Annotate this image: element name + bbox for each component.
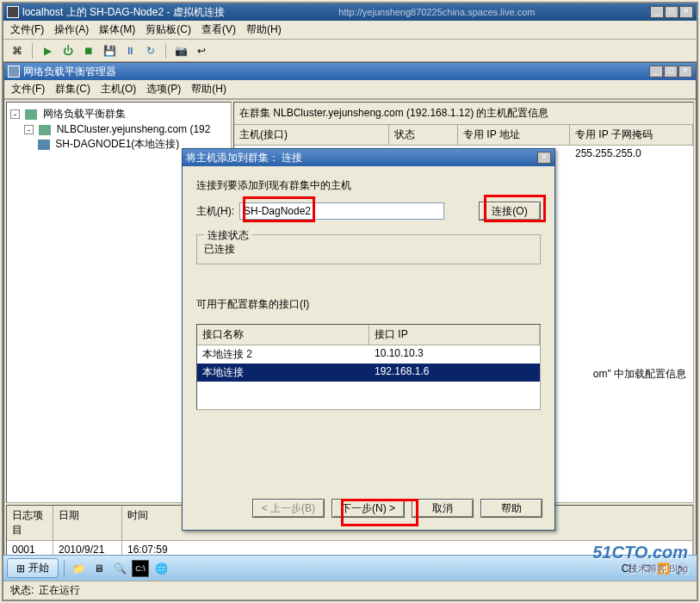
nlb-menu-options[interactable]: 选项(P)	[146, 82, 181, 96]
host-icon	[38, 140, 50, 150]
reset-icon[interactable]: ↻	[142, 42, 159, 59]
maximize-button[interactable]: □	[665, 6, 678, 18]
save-icon[interactable]: 💾	[101, 42, 118, 59]
nlb-menubar: 文件(F) 群集(C) 主机(O) 选项(P) 帮助(H)	[4, 80, 696, 99]
col-mask[interactable]: 专用 IP 子网掩码	[570, 125, 693, 145]
outer-menubar: 文件(F) 操作(A) 媒体(M) 剪贴板(C) 查看(V) 帮助(H)	[3, 21, 697, 40]
tree-host-label: SH-DAGNODE1(本地连接)	[55, 138, 179, 150]
ctrl-alt-del-icon[interactable]: ⌘	[9, 42, 26, 59]
menu-file[interactable]: 文件(F)	[10, 22, 44, 37]
close-button[interactable]: ×	[679, 6, 693, 18]
status-legend: 连接状态	[204, 228, 252, 243]
menu-action[interactable]: 操作(A)	[54, 22, 89, 37]
if-ip: 192.168.1.6	[369, 364, 540, 381]
start-button[interactable]: ⊞ 开始	[7, 558, 59, 578]
tree-root[interactable]: - 网络负载平衡群集	[10, 106, 227, 122]
nlb-title: 网络负载平衡管理器	[23, 65, 116, 79]
interfaces-label: 可用于配置群集的接口(I)	[196, 297, 541, 312]
nlb-menu-host[interactable]: 主机(O)	[101, 82, 136, 96]
revert-icon[interactable]: ↩	[193, 42, 210, 59]
help-button[interactable]: 帮助	[480, 499, 542, 518]
menu-help[interactable]: 帮助(H)	[246, 22, 282, 37]
log-col-item[interactable]: 日志项目	[7, 506, 53, 540]
config-banner: 在群集 NLBCluster.yejunsheng.com (192.168.1…	[234, 103, 693, 125]
config-grid-header: 主机(接口) 状态 专用 IP 地址 专用 IP 子网掩码	[234, 125, 693, 146]
log-col-date[interactable]: 日期	[53, 506, 122, 540]
list-item-selected[interactable]: 本地连接 192.168.1.6	[197, 364, 540, 382]
outer-window-controls: _ □ ×	[649, 6, 693, 18]
vm-connection-window: localhost 上的 SH-DAG-Node2 - 虚拟机连接 http:/…	[2, 2, 698, 601]
watermark-sub: 技术博客 Blog	[592, 563, 688, 575]
watermark: 51CTO.com 技术博客 Blog	[592, 543, 688, 575]
if-ip: 10.10.10.3	[369, 346, 540, 363]
menu-clipboard[interactable]: 剪贴板(C)	[146, 22, 191, 37]
col-host[interactable]: 主机(接口)	[234, 125, 389, 145]
nlb-icon	[8, 65, 20, 78]
vm-icon	[7, 6, 19, 18]
nlb-taskbar-icon[interactable]: 🌐	[152, 560, 170, 577]
status-value: 正在运行	[39, 583, 80, 598]
status-label: 状态:	[10, 583, 34, 598]
nlb-titlebar[interactable]: 网络负载平衡管理器 _ □ ×	[4, 63, 696, 80]
col-interface-ip[interactable]: 接口 IP	[369, 325, 540, 345]
if-name: 本地连接 2	[197, 346, 369, 363]
if-name: 本地连接	[197, 364, 369, 381]
minimize-button[interactable]: _	[650, 6, 664, 18]
col-interface-name[interactable]: 接口名称	[197, 325, 369, 345]
interfaces-list[interactable]: 接口名称 接口 IP 本地连接 2 10.10.10.3 本地连接 192.16…	[196, 324, 541, 410]
nlb-maximize-button[interactable]: □	[664, 65, 678, 78]
host-label: 主机(H):	[196, 204, 234, 219]
nlb-close-button[interactable]: ×	[678, 65, 692, 78]
snapshot-icon[interactable]: 📷	[172, 42, 189, 59]
statusbar: 状态: 正在运行	[3, 581, 697, 600]
outer-title: localhost 上的 SH-DAG-Node2 - 虚拟机连接	[22, 5, 225, 20]
start-label: 开始	[28, 561, 49, 575]
connect-button[interactable]: 连接(O)	[479, 202, 541, 221]
nlb-window-controls: _ □ ×	[648, 65, 692, 78]
nlb-menu-cluster[interactable]: 群集(C)	[55, 82, 90, 96]
pause-icon[interactable]: ⏸	[121, 42, 139, 59]
tree-root-label: 网络负载平衡群集	[43, 108, 126, 120]
tree-cluster-label: NLBCluster.yejunsheng.com (192	[57, 123, 211, 135]
right-note: om" 中加载配置信息	[593, 367, 686, 382]
menu-view[interactable]: 查看(V)	[201, 22, 236, 37]
tree-cluster[interactable]: - NLBCluster.yejunsheng.com (192	[10, 122, 227, 136]
collapse-icon[interactable]: -	[10, 109, 20, 119]
list-item[interactable]: 本地连接 2 10.10.10.3	[197, 345, 540, 364]
explorer-icon[interactable]: 📁	[70, 560, 87, 577]
poweroff-icon[interactable]: ⏻	[59, 42, 77, 59]
next-button[interactable]: 下一步(N) >	[331, 499, 405, 518]
collapse-icon[interactable]: -	[24, 125, 34, 134]
clusters-icon	[25, 109, 37, 120]
back-button: < 上一步(B)	[252, 499, 325, 518]
cell-mask: 255.255.255.0	[570, 146, 693, 164]
add-host-dialog: 将主机添加到群集： 连接 × 连接到要添加到现有群集中的主机 主机(H): 连接…	[182, 148, 555, 531]
dialog-close-button[interactable]: ×	[537, 152, 551, 164]
host-input[interactable]	[239, 202, 444, 220]
nlb-menu-file[interactable]: 文件(F)	[11, 82, 45, 96]
search-icon[interactable]: 🔍	[111, 560, 128, 577]
quick-launch: 📁 🖥 🔍 C:\ 🌐	[64, 560, 170, 577]
outer-url: http://yejunsheng870225china.spaces.live…	[338, 7, 535, 17]
dialog-title: 将主机添加到群集： 连接	[186, 151, 302, 165]
status-text: 已连接	[204, 242, 533, 257]
nlb-menu-help[interactable]: 帮助(H)	[191, 82, 226, 96]
cluster-icon	[39, 125, 51, 135]
show-desktop-icon[interactable]: 🖥	[90, 560, 108, 577]
start-icon[interactable]: ▶	[39, 42, 56, 59]
cmd-icon[interactable]: C:\	[132, 560, 149, 577]
watermark-main: 51CTO.com	[592, 543, 688, 562]
outer-titlebar[interactable]: localhost 上的 SH-DAG-Node2 - 虚拟机连接 http:/…	[3, 3, 697, 21]
col-status[interactable]: 状态	[389, 125, 458, 145]
dialog-titlebar[interactable]: 将主机添加到群集： 连接 ×	[183, 149, 554, 166]
windows-logo-icon: ⊞	[16, 563, 25, 575]
shutdown-icon[interactable]: ⏹	[80, 42, 97, 59]
cancel-button[interactable]: 取消	[412, 499, 474, 518]
status-groupbox: 连接状态 已连接	[196, 234, 541, 264]
nlb-minimize-button[interactable]: _	[649, 65, 663, 78]
col-ip[interactable]: 专用 IP 地址	[458, 125, 570, 145]
outer-toolbar: ⌘ ▶ ⏻ ⏹ 💾 ⏸ ↻ 📷 ↩	[3, 40, 697, 62]
dialog-instruction: 连接到要添加到现有群集中的主机	[196, 178, 541, 193]
menu-media[interactable]: 媒体(M)	[99, 22, 135, 37]
